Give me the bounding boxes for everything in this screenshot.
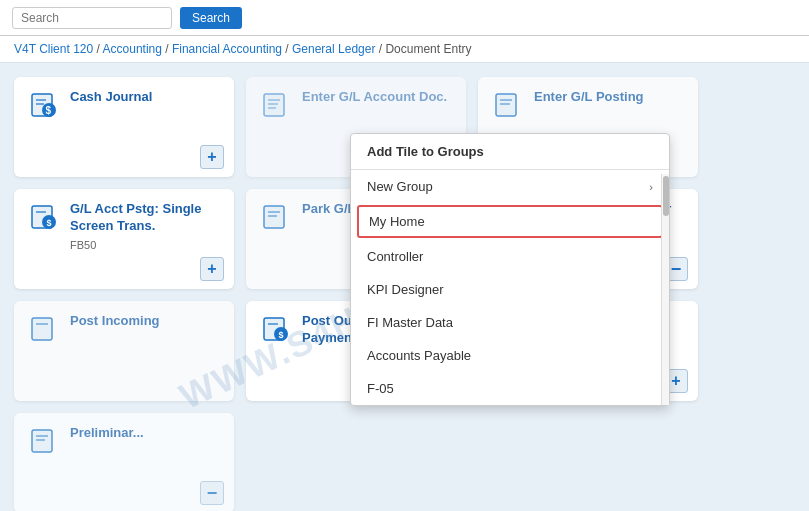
breadcrumb-financial-accounting[interactable]: Financial Accounting [172, 42, 282, 56]
tile-add-button[interactable]: + [200, 257, 224, 281]
post-incoming-icon [28, 313, 60, 345]
breadcrumb: V4T Client 120 / Accounting / Financial … [0, 36, 809, 63]
tile-title: Preliminar... [70, 425, 144, 442]
tile-gl-acct-pstg: $ G/L Acct Pstg: Single Screen Trans. FB… [14, 189, 234, 289]
tile-title: Post Incoming [70, 313, 160, 330]
tile-post-incoming: Post Incoming [14, 301, 234, 401]
cash-journal-icon: $ [28, 89, 60, 121]
svg-text:$: $ [279, 330, 284, 340]
post-outgoing-icon: $ [260, 313, 292, 345]
tile-header: Post Incoming [28, 313, 220, 345]
svg-rect-16 [264, 206, 284, 228]
enter-gl-icon [260, 89, 292, 121]
tile-header: Enter G/L Account Doc. [260, 89, 452, 121]
tile-title: Cash Journal [70, 89, 152, 106]
enter-gl-posting-icon [492, 89, 524, 121]
tile-add-button[interactable]: − [200, 481, 224, 505]
dropdown-item-label: Accounts Payable [367, 348, 471, 363]
tile-title: Enter G/L Account Doc. [302, 89, 447, 106]
dropdown-item-label: F-05 [367, 381, 394, 396]
add-tile-dropdown: Add Tile to Groups New Group › My Home C… [350, 133, 670, 406]
tile-title: G/L Acct Pstg: Single Screen Trans. [70, 201, 220, 235]
search-input[interactable] [12, 7, 172, 29]
dropdown-item-kpi-designer[interactable]: KPI Designer [351, 273, 669, 306]
dropdown-item-fi-master-data[interactable]: FI Master Data [351, 306, 669, 339]
svg-rect-9 [496, 94, 516, 116]
main-content: $ Cash Journal + [0, 63, 809, 511]
tile-header: $ G/L Acct Pstg: Single Screen Trans. FB… [28, 201, 220, 251]
dropdown-item-accounts-payable[interactable]: Accounts Payable [351, 339, 669, 372]
dropdown-item-controller[interactable]: Controller [351, 240, 669, 273]
tile-cash-journal: $ Cash Journal + [14, 77, 234, 177]
dropdown-scrollbar[interactable] [661, 174, 669, 405]
tile-title: Enter G/L Posting [534, 89, 644, 106]
svg-rect-5 [264, 94, 284, 116]
dropdown-item-label: My Home [369, 214, 425, 229]
breadcrumb-current: Document Entry [385, 42, 471, 56]
dropdown-item-label: FI Master Data [367, 315, 453, 330]
tile-add-button[interactable]: + [200, 145, 224, 169]
tile-subtitle: FB50 [70, 239, 220, 251]
dropdown-item-new-group[interactable]: New Group › [351, 170, 669, 203]
search-button[interactable]: Search [180, 7, 242, 29]
dropdown-item-label: KPI Designer [367, 282, 444, 297]
gl-acct-pstg-icon: $ [28, 201, 60, 233]
tile-header: Enter G/L Posting [492, 89, 684, 121]
tile-preliminary: Preliminar... − [14, 413, 234, 511]
svg-rect-32 [32, 430, 52, 452]
dropdown-header: Add Tile to Groups [351, 134, 669, 170]
preliminary-icon [28, 425, 60, 457]
tile-header: Preliminar... [28, 425, 220, 457]
svg-text:$: $ [46, 105, 52, 116]
breadcrumb-general-ledger[interactable]: General Ledger [292, 42, 375, 56]
dropdown-item-label: New Group [367, 179, 433, 194]
tile-header: $ Cash Journal [28, 89, 220, 121]
park-gl-items-icon [260, 201, 292, 233]
breadcrumb-v4t[interactable]: V4T Client 120 [14, 42, 93, 56]
svg-rect-23 [32, 318, 52, 340]
dropdown-item-label: Controller [367, 249, 423, 264]
svg-text:$: $ [47, 218, 52, 228]
dropdown-item-f05[interactable]: F-05 [351, 372, 669, 405]
breadcrumb-accounting[interactable]: Accounting [103, 42, 162, 56]
dropdown-item-my-home[interactable]: My Home [357, 205, 663, 238]
chevron-right-icon: › [649, 181, 653, 193]
top-bar: Search [0, 0, 809, 36]
dropdown-scrollbar-thumb [663, 176, 669, 216]
